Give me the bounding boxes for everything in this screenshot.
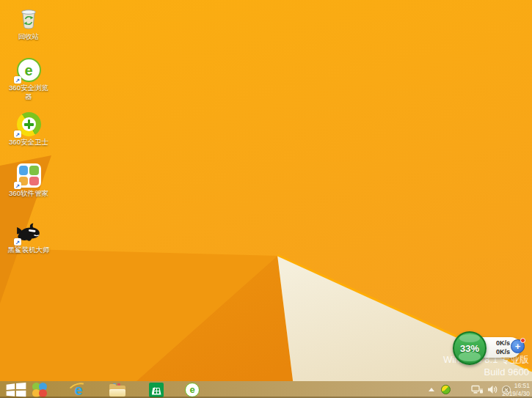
taskbar: e e 16:51 2019/4/30 [0, 381, 532, 398]
taskbar-windows-store-button[interactable] [146, 382, 167, 397]
tray-clock[interactable]: 16:51 2019/4/30 [502, 382, 530, 397]
windows-store-icon [149, 383, 164, 397]
desktop-icon-360-software-manager[interactable]: ↗ 360软件管家 [1, 161, 56, 198]
start-button[interactable] [4, 382, 29, 397]
360-tray-icon[interactable] [441, 385, 451, 394]
shortcut-arrow-icon: ↗ [14, 238, 21, 246]
net-speed-widget[interactable]: ↑ 0K/s ↓ 0K/s 33% + [453, 331, 529, 366]
taskbar-internet-explorer-button[interactable]: e [68, 382, 89, 397]
desktop-icon-360-browser[interactable]: e ↗ 360安全浏览器 [1, 55, 56, 100]
windows-logo-icon [5, 382, 27, 397]
icon-label: 回收站 [6, 32, 51, 41]
taskbar-colorful-ball-button[interactable] [29, 382, 50, 397]
desktop-icon-black-shark[interactable]: ↗ 黑鲨装机大师 [1, 217, 56, 254]
recycle-bin-icon [1, 4, 56, 31]
add-accelerate-button[interactable]: + [511, 339, 525, 353]
tray-time: 16:51 [502, 382, 530, 390]
icon-label: 360安全浏览器 [6, 84, 51, 100]
taskbar-file-explorer-button[interactable] [107, 382, 128, 397]
colorful-ball-icon [32, 383, 47, 397]
shortcut-arrow-icon: ↗ [14, 76, 21, 84]
icon-label: 360软件管家 [6, 189, 51, 198]
network-tray-icon[interactable] [471, 385, 484, 395]
file-explorer-icon [109, 383, 125, 397]
360-safeguard-icon: ↗ [1, 109, 56, 136]
shortcut-arrow-icon: ↗ [14, 182, 21, 189]
360-browser-icon: e ↗ [1, 55, 56, 82]
show-hidden-icons-caret[interactable] [429, 388, 434, 391]
taskbar-360-browser-button[interactable]: e [182, 382, 203, 397]
desktop-icon-recycle-bin[interactable]: 回收站 [1, 4, 56, 41]
360-browser-icon: e [185, 383, 200, 397]
360-software-manager-icon: ↗ [1, 161, 56, 188]
download-speed: 0K/s [489, 348, 510, 355]
upload-speed: 0K/s [489, 339, 510, 347]
watermark-build: Build 9600 [443, 366, 529, 378]
icon-label: 黑鲨装机大师 [6, 246, 51, 254]
memory-usage-ball[interactable]: 33% [453, 331, 487, 365]
tray-date: 2019/4/30 [502, 390, 530, 398]
desktop-icon-360-safeguard[interactable]: ↗ 360安全卫士 [1, 109, 56, 147]
black-shark-icon: ↗ [1, 217, 56, 244]
memory-percent: 33% [460, 343, 479, 354]
notification-dot [520, 338, 525, 343]
shortcut-arrow-icon: ↗ [14, 130, 21, 138]
internet-explorer-icon: e [70, 382, 87, 398]
icon-label: 360安全卫士 [6, 138, 51, 147]
volume-tray-icon[interactable] [487, 385, 498, 394]
